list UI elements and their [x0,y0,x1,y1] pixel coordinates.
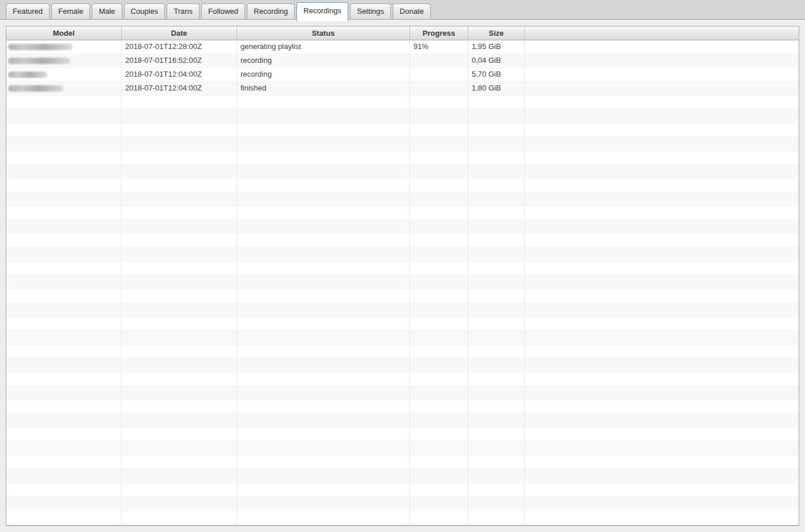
empty-row [6,372,799,386]
filler-cell [525,359,799,372]
recording-row[interactable]: 2018-07-01T12:04:00Zrecording5,70 GiB [6,68,799,82]
column-header-model[interactable]: Model [6,27,122,40]
date-cell [122,248,237,261]
recording-row[interactable]: 2018-07-01T12:04:00Zfinished1,80 GiB [6,82,799,96]
filler-cell [525,68,799,81]
column-header-label: Progress [423,29,455,37]
empty-row [6,179,799,193]
date-cell [122,206,237,220]
size-cell: 0,04 GiB [468,54,525,67]
empty-row [6,248,799,262]
progress-cell [410,193,468,206]
column-header-date[interactable]: Date [122,27,237,40]
filler-cell [525,331,799,344]
model-cell [6,428,122,441]
progress-cell [410,345,468,358]
size-cell [468,151,525,164]
date-cell [122,483,237,496]
column-header-size[interactable]: Size [468,27,525,40]
filler-cell [525,497,799,510]
size-cell [468,248,525,261]
date-cell [122,386,237,399]
empty-row [6,220,799,234]
status-cell: recording [237,68,410,81]
tab-couples[interactable]: Couples [124,3,165,19]
status-cell [237,331,410,344]
model-cell [6,110,122,123]
progress-cell [410,82,468,95]
recording-row[interactable]: 2018-07-01T16:52:00Zrecording0,04 GiB [6,54,799,68]
tab-male[interactable]: Male [92,3,122,19]
progress-cell [410,96,468,109]
date-cell: 2018-07-01T12:28:00Z [122,40,237,54]
filler-cell [525,372,799,386]
date-cell [122,96,237,109]
model-cell [6,151,122,164]
filler-cell [525,54,799,67]
date-cell [122,220,237,233]
progress-cell [410,511,468,524]
status-cell [237,248,410,261]
filler-cell [525,511,799,524]
filler-cell [525,193,799,206]
status-cell [237,234,410,247]
date-cell [122,428,237,441]
size-cell [468,469,525,482]
date-cell [122,469,237,482]
column-header-label: Status [312,29,335,37]
size-cell [468,455,525,469]
size-cell: 1,80 GiB [468,82,525,95]
progress-cell [410,442,468,455]
empty-row [6,289,799,303]
status-cell [237,455,410,469]
status-cell [237,511,410,524]
size-cell [468,511,525,524]
size-cell [468,345,525,358]
column-header-status[interactable]: Status [237,27,410,40]
filler-cell [525,40,799,54]
empty-row [6,414,799,428]
date-cell: 2018-07-01T16:52:00Z [122,54,237,67]
model-cell [6,82,122,95]
table-header: ModelDateStatusProgressSize [6,27,799,40]
date-cell [122,179,237,192]
model-cell [6,248,122,261]
size-cell [468,414,525,427]
date-cell [122,331,237,344]
recording-row[interactable]: 2018-07-01T12:28:00Zgenerating playlist9… [6,40,799,54]
recordings-table: ModelDateStatusProgressSize 2018-07-01T1… [6,26,799,526]
notebook-page: ModelDateStatusProgressSize 2018-07-01T1… [0,20,805,532]
status-cell [237,110,410,123]
model-name-redacted [8,44,73,50]
empty-row [6,345,799,359]
model-cell [6,317,122,330]
empty-row [6,511,799,525]
filler-cell [525,165,799,178]
filler-cell [525,303,799,316]
filler-cell [525,455,799,469]
size-cell [468,193,525,206]
column-header-label: Size [488,29,503,37]
status-cell [237,262,410,275]
filler-cell [525,248,799,261]
status-cell [237,386,410,399]
column-header-progress[interactable]: Progress [410,27,468,40]
model-cell [6,469,122,482]
tab-donate[interactable]: Donate [393,3,431,19]
size-cell [468,386,525,399]
tab-followed[interactable]: Followed [201,3,245,19]
tab-trans[interactable]: Trans [167,3,200,19]
tab-recording[interactable]: Recording [247,3,295,19]
empty-row [6,151,799,165]
tab-settings[interactable]: Settings [350,3,391,19]
date-cell [122,165,237,178]
tab-female[interactable]: Female [51,3,90,19]
status-cell [237,289,410,303]
model-cell [6,276,122,289]
tab-recordings[interactable]: Recordings [296,2,348,21]
date-cell: 2018-07-01T12:04:00Z [122,82,237,95]
tab-featured[interactable]: Featured [6,3,50,19]
model-cell [6,165,122,178]
status-cell [237,442,410,455]
column-header-filler[interactable] [525,27,799,40]
